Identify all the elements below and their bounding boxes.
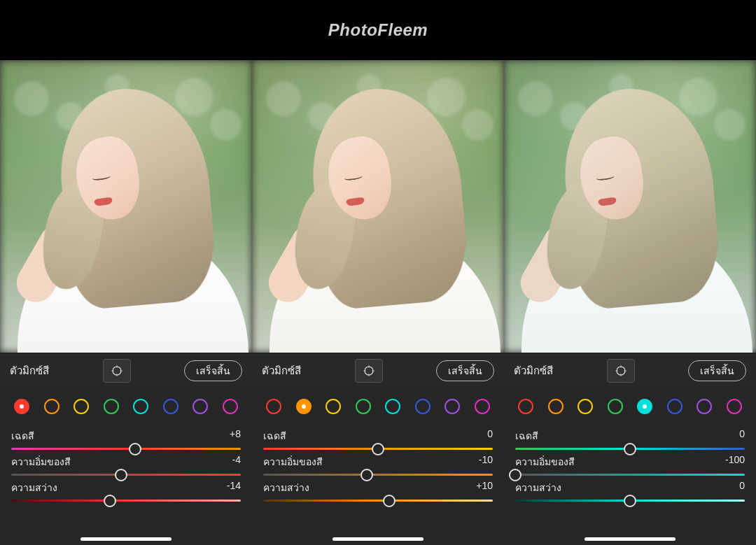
swatch-purple[interactable] (192, 399, 208, 414)
swatch-magenta[interactable] (727, 399, 742, 414)
color-swatch-row (252, 388, 504, 425)
slider-label: ความอิ่มของสี (515, 454, 575, 469)
swatch-magenta[interactable] (475, 399, 490, 414)
svg-point-5 (365, 367, 373, 375)
slider-row: เฉดสี 0 (263, 428, 493, 450)
slider-value: +8 (230, 428, 241, 444)
editor-panel: ตัวมิกซ์สี เสร็จสิ้น เฉดสี 0 ความอิ่มของ… (252, 60, 504, 545)
slider-track[interactable] (263, 474, 493, 476)
color-swatch-row (504, 388, 756, 425)
slider-label: ความอิ่มของสี (11, 454, 71, 469)
color-mix-toolbar: ตัวมิกซ์สี เสร็จสิ้น (252, 353, 504, 388)
slider-thumb[interactable] (115, 469, 127, 481)
swatch-purple[interactable] (444, 399, 460, 414)
slider-thumb[interactable] (624, 495, 636, 507)
sliders-group: เฉดสี +8 ความอิ่มของสี -4 ความสว่าง -14 (0, 425, 252, 545)
slider-track[interactable] (11, 500, 241, 502)
slider-label: เฉดสี (515, 428, 538, 444)
swatch-yellow[interactable] (74, 399, 89, 414)
slider-value: -4 (232, 454, 241, 469)
slider-thumb[interactable] (104, 495, 116, 507)
slider-row: ความสว่าง 0 (515, 480, 745, 502)
slider-value: -100 (725, 454, 745, 469)
swatch-orange[interactable] (44, 399, 59, 414)
photo-preview (504, 60, 756, 353)
sliders-group: เฉดสี 0 ความอิ่มของสี -10 ความสว่าง +10 (252, 425, 504, 545)
color-swatch-row (0, 388, 252, 425)
sliders-group: เฉดสี 0 ความอิ่มของสี -100 ความสว่าง 0 (504, 425, 756, 545)
swatch-aqua[interactable] (133, 399, 148, 414)
swatch-green[interactable] (356, 399, 371, 414)
slider-value: +10 (476, 480, 493, 495)
swatch-blue[interactable] (415, 399, 430, 414)
swatch-red[interactable] (14, 399, 29, 414)
swatch-green[interactable] (104, 399, 119, 414)
slider-value: 0 (487, 428, 493, 444)
editor-panel: ตัวมิกซ์สี เสร็จสิ้น เฉดสี +8 ความอิ่มขอ… (0, 60, 252, 545)
home-indicator (80, 537, 172, 541)
target-adjust-button[interactable] (355, 359, 383, 383)
editor-panel: ตัวมิกซ์สี เสร็จสิ้น เฉดสี 0 ความอิ่มของ… (504, 60, 756, 545)
slider-row: เฉดสี +8 (11, 428, 241, 450)
slider-track[interactable] (263, 500, 493, 502)
home-indicator (584, 537, 676, 541)
toolbar-title: ตัวมิกซ์สี (514, 362, 553, 379)
slider-track[interactable] (515, 500, 745, 502)
slider-row: ความอิ่มของสี -4 (11, 454, 241, 476)
color-mix-toolbar: ตัวมิกซ์สี เสร็จสิ้น (504, 353, 756, 388)
slider-track[interactable] (263, 448, 493, 450)
slider-row: ความอิ่มของสี -10 (263, 454, 493, 476)
home-indicator (332, 537, 424, 541)
slider-thumb[interactable] (383, 495, 396, 507)
photo-preview (0, 60, 252, 353)
svg-point-10 (617, 367, 625, 375)
slider-thumb[interactable] (129, 443, 141, 455)
slider-row: ความสว่าง +10 (263, 480, 493, 502)
svg-point-0 (113, 367, 121, 375)
swatch-yellow[interactable] (326, 399, 341, 414)
slider-track[interactable] (515, 448, 745, 450)
slider-label: ความอิ่มของสี (263, 454, 323, 469)
swatch-blue[interactable] (163, 399, 178, 414)
slider-label: ความสว่าง (515, 480, 561, 495)
slider-track[interactable] (11, 474, 241, 476)
slider-label: เฉดสี (263, 428, 286, 444)
toolbar-title: ตัวมิกซ์สี (10, 362, 49, 379)
done-button[interactable]: เสร็จสิ้น (184, 360, 242, 381)
slider-track[interactable] (11, 448, 241, 450)
swatch-orange[interactable] (296, 399, 312, 414)
slider-row: เฉดสี 0 (515, 428, 745, 450)
swatch-yellow[interactable] (578, 399, 593, 414)
header: PhotoFleem (0, 0, 756, 60)
slider-value: 0 (739, 480, 745, 495)
swatch-green[interactable] (608, 399, 623, 414)
slider-value: -10 (479, 454, 493, 469)
swatch-red[interactable] (266, 399, 281, 414)
color-mix-toolbar: ตัวมิกซ์สี เสร็จสิ้น (0, 353, 252, 388)
slider-track[interactable] (515, 474, 745, 476)
swatch-aqua[interactable] (637, 399, 652, 414)
swatch-orange[interactable] (548, 399, 564, 414)
slider-label: ความสว่าง (263, 480, 309, 495)
slider-row: ความสว่าง -14 (11, 480, 241, 502)
photo-preview (252, 60, 504, 353)
target-adjust-button[interactable] (607, 359, 635, 383)
target-adjust-button[interactable] (103, 359, 131, 383)
slider-label: ความสว่าง (11, 480, 57, 495)
swatch-magenta[interactable] (223, 399, 238, 414)
slider-row: ความอิ่มของสี -100 (515, 454, 745, 476)
swatch-aqua[interactable] (385, 399, 400, 414)
slider-label: เฉดสี (11, 428, 34, 444)
done-button[interactable]: เสร็จสิ้น (436, 360, 494, 381)
swatch-red[interactable] (518, 399, 533, 414)
swatch-blue[interactable] (667, 399, 682, 414)
swatch-purple[interactable] (696, 399, 712, 414)
slider-thumb[interactable] (509, 469, 522, 481)
done-button[interactable]: เสร็จสิ้น (688, 360, 746, 381)
slider-thumb[interactable] (360, 469, 373, 481)
panels-row: ตัวมิกซ์สี เสร็จสิ้น เฉดสี +8 ความอิ่มขอ… (0, 60, 756, 545)
slider-thumb[interactable] (372, 443, 384, 455)
slider-thumb[interactable] (624, 443, 636, 455)
brand-title: PhotoFleem (328, 20, 428, 40)
slider-value: -14 (227, 480, 241, 495)
